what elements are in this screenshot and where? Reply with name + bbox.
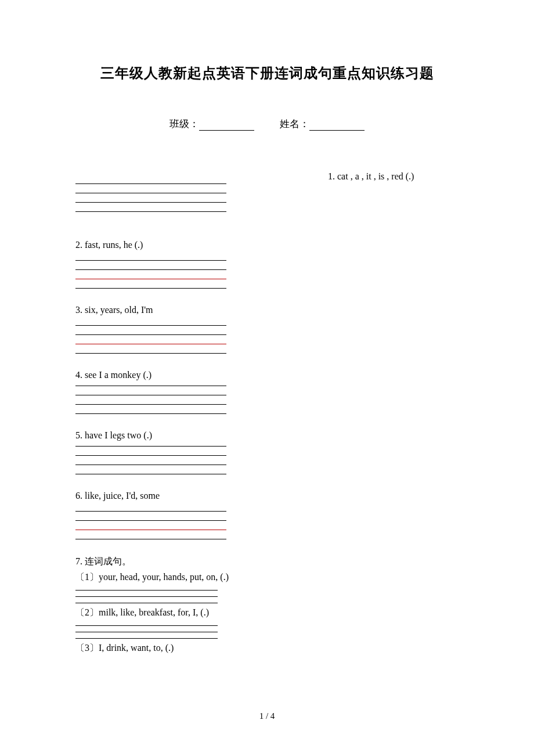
class-label: 班级： [169, 117, 199, 131]
name-label: 姓名： [280, 117, 309, 131]
student-fields: 班级： 姓名： [75, 117, 459, 131]
question-1: 1. cat , a , it , is , red (.) [328, 171, 414, 182]
question-6: 6. like, juice, I'd, some [75, 491, 459, 501]
answer-5[interactable] [75, 442, 226, 474]
answer-3[interactable] [75, 318, 226, 354]
name-input-line[interactable] [309, 121, 365, 131]
question-2: 2. fast, runs, he (.) [75, 240, 459, 250]
question-7-3: 〔3〕I, drink, want, to, (.) [75, 642, 459, 654]
answer-6[interactable] [75, 503, 226, 539]
answer-4[interactable] [75, 381, 226, 414]
page-title: 三年级人教新起点英语下册连词成句重点知识练习题 [75, 64, 459, 82]
question-3: 3. six, years, old, I'm [75, 305, 459, 315]
page-number: 1 / 4 [0, 711, 534, 721]
question-7-1: 〔1〕your, head, your, hands, put, on, (.) [75, 571, 459, 584]
answer-2[interactable] [75, 253, 226, 289]
answer-7-2[interactable] [75, 620, 218, 639]
question-7-label: 7. 连词成句。 [75, 556, 459, 568]
class-input-line[interactable] [199, 121, 254, 131]
answer-7-1[interactable] [75, 585, 218, 603]
question-7-2: 〔2〕milk, like, breakfast, for, I, (.) [75, 607, 459, 619]
question-5: 5. have I legs two (.) [75, 430, 459, 441]
answer-1[interactable] [75, 176, 226, 212]
question-4: 4. see I a monkey (.) [75, 370, 459, 380]
